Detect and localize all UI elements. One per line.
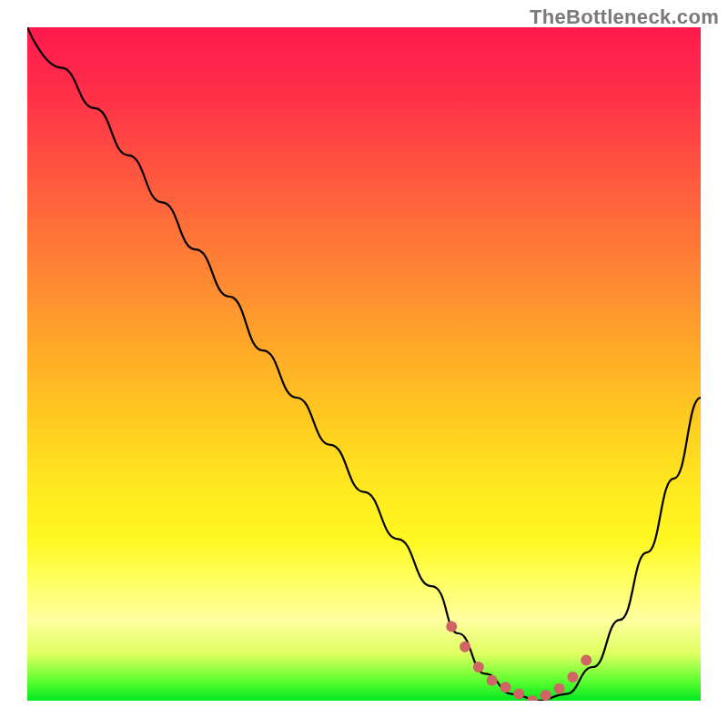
marker-group	[446, 622, 592, 701]
markers-svg	[27, 27, 701, 701]
marker-point	[446, 622, 457, 632]
marker-point	[513, 689, 524, 700]
watermark-text: TheBottleneck.com	[530, 5, 719, 29]
marker-point	[541, 690, 551, 701]
bottleneck-chart	[27, 27, 701, 701]
marker-point	[487, 675, 498, 686]
marker-point	[527, 695, 538, 701]
marker-point	[567, 672, 578, 682]
marker-point	[581, 655, 592, 666]
marker-point	[473, 662, 484, 672]
marker-point	[554, 683, 565, 694]
marker-point	[500, 682, 511, 693]
marker-point	[460, 642, 470, 652]
